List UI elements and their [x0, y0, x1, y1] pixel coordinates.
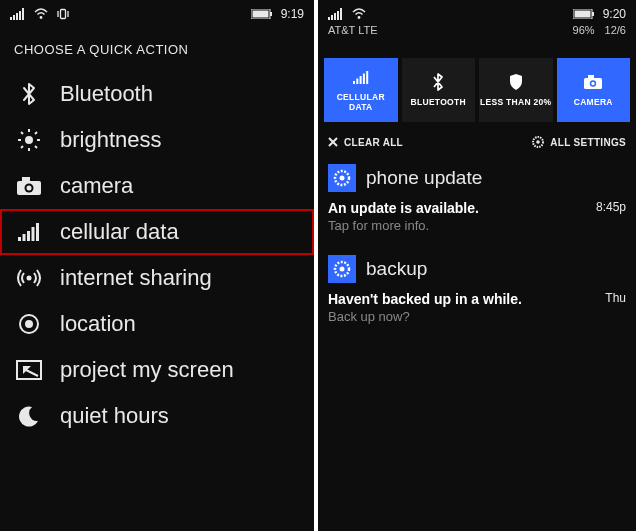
notification-time: 8:45p — [596, 200, 626, 214]
notification-subtext: Back up now? — [328, 309, 522, 324]
svg-rect-49 — [588, 75, 594, 79]
moon-icon — [14, 403, 44, 429]
qa-item-bluetooth[interactable]: Bluetooth — [0, 71, 314, 117]
quick-action-list: Bluetooth brightness camera cellular dat… — [0, 71, 314, 439]
brightness-icon — [14, 127, 44, 153]
svg-rect-23 — [18, 237, 21, 241]
svg-rect-6 — [61, 9, 66, 18]
notification-message: An update is available. — [328, 200, 479, 216]
qa-label: quiet hours — [60, 403, 169, 429]
svg-rect-8 — [252, 10, 268, 17]
tile-label: LESS THAN 20% — [480, 97, 551, 107]
battery-icon — [251, 9, 273, 19]
notification-subtext: Tap for more info. — [328, 218, 479, 233]
svg-line-18 — [35, 132, 37, 134]
svg-rect-45 — [359, 76, 361, 84]
notification-message: Haven't backed up in a while. — [328, 291, 522, 307]
svg-point-53 — [537, 140, 541, 144]
qa-item-project-screen[interactable]: project my screen — [0, 347, 314, 393]
svg-rect-35 — [331, 15, 333, 20]
status-date: 12/6 — [605, 24, 626, 36]
bluetooth-icon — [14, 81, 44, 107]
tile-bluetooth[interactable]: BLUETOOTH — [402, 58, 476, 122]
all-settings-label: ALL SETTINGS — [550, 137, 626, 148]
status-time: 9:19 — [281, 7, 304, 21]
page-title: CHOOSE A QUICK ACTION — [0, 24, 314, 71]
qa-item-camera[interactable]: camera — [0, 163, 314, 209]
svg-point-10 — [25, 136, 33, 144]
cellular-icon — [352, 68, 370, 86]
qa-label: project my screen — [60, 357, 234, 383]
svg-rect-47 — [366, 71, 368, 84]
shield-icon — [507, 73, 525, 91]
qa-item-location[interactable]: location — [0, 301, 314, 347]
status-bar: 9:19 — [0, 0, 314, 24]
svg-rect-46 — [363, 73, 365, 84]
svg-line-33 — [26, 370, 38, 376]
tile-label: CELLULAR DATA — [324, 92, 398, 112]
clear-all-button[interactable]: CLEAR ALL — [328, 137, 403, 148]
qa-item-brightness[interactable]: brightness — [0, 117, 314, 163]
actions-row: CLEAR ALL ALL SETTINGS — [318, 126, 636, 156]
battery-icon — [573, 9, 595, 19]
svg-rect-24 — [23, 234, 26, 241]
tile-camera[interactable]: CAMERA — [557, 58, 631, 122]
svg-rect-2 — [16, 13, 18, 20]
notification-title: backup — [366, 258, 427, 280]
svg-point-51 — [592, 82, 595, 85]
svg-point-5 — [40, 16, 43, 19]
qa-item-quiet-hours[interactable]: quiet hours — [0, 393, 314, 439]
close-icon — [328, 137, 338, 147]
camera-icon — [14, 173, 44, 199]
wifi-icon — [34, 8, 48, 20]
signal-icon — [10, 8, 26, 20]
svg-point-28 — [27, 276, 32, 281]
cellular-icon — [14, 219, 44, 245]
status-sub-row: AT&T LTE 96% 12/6 — [318, 24, 636, 40]
wifi-icon — [352, 8, 366, 20]
notification-time: Thu — [605, 291, 626, 305]
qa-label: location — [60, 311, 136, 337]
svg-rect-25 — [27, 231, 30, 241]
quick-action-chooser: 9:19 CHOOSE A QUICK ACTION Bluetooth bri… — [0, 0, 316, 531]
qa-item-cellular-data[interactable]: cellular data — [0, 209, 314, 255]
svg-rect-20 — [22, 177, 30, 182]
svg-rect-42 — [592, 12, 594, 16]
vibrate-icon — [56, 8, 70, 20]
svg-rect-43 — [353, 81, 355, 84]
tile-label: CAMERA — [574, 97, 613, 107]
svg-rect-9 — [270, 12, 272, 16]
svg-line-16 — [35, 146, 37, 148]
svg-rect-1 — [13, 15, 15, 20]
svg-rect-41 — [574, 10, 590, 17]
qa-item-internet-sharing[interactable]: internet sharing — [0, 255, 314, 301]
qa-label: brightness — [60, 127, 162, 153]
status-bar: 9:20 — [318, 0, 636, 24]
qa-label: cellular data — [60, 219, 179, 245]
settings-app-icon — [328, 164, 356, 192]
camera-icon — [584, 73, 602, 91]
action-center: 9:20 AT&T LTE 96% 12/6 CELLULAR DATA BLU… — [316, 0, 636, 531]
hotspot-icon — [14, 265, 44, 291]
status-time: 9:20 — [603, 7, 626, 21]
project-screen-icon — [14, 357, 44, 383]
tile-cellular-data[interactable]: CELLULAR DATA — [324, 58, 398, 122]
notification-phone-update[interactable]: phone update An update is available. Tap… — [318, 156, 636, 247]
location-icon — [14, 311, 44, 337]
svg-point-39 — [358, 16, 361, 19]
svg-rect-27 — [36, 223, 39, 241]
all-settings-button[interactable]: ALL SETTINGS — [532, 136, 626, 148]
svg-point-57 — [340, 267, 345, 272]
tile-battery-saver[interactable]: LESS THAN 20% — [479, 58, 553, 122]
settings-app-icon — [328, 255, 356, 283]
svg-point-55 — [340, 176, 345, 181]
notification-title: phone update — [366, 167, 482, 189]
svg-point-30 — [25, 320, 33, 328]
notification-backup[interactable]: backup Haven't backed up in a while. Bac… — [318, 247, 636, 338]
svg-rect-34 — [328, 17, 330, 20]
gear-icon — [532, 136, 544, 148]
tile-label: BLUETOOTH — [411, 97, 466, 107]
qa-label: internet sharing — [60, 265, 212, 291]
svg-rect-4 — [22, 8, 24, 20]
svg-rect-37 — [337, 11, 339, 20]
